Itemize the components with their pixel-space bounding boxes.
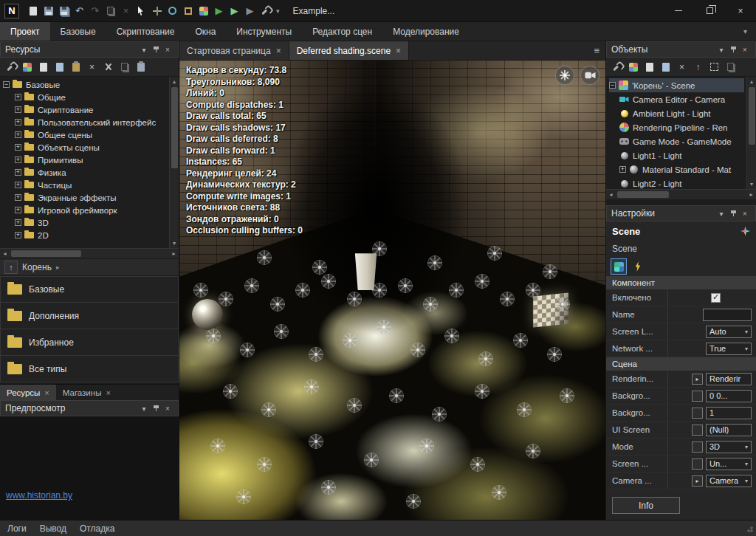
tab-list-icon[interactable] [594,45,599,56]
expand-icon[interactable] [15,94,21,100]
scrollbar-thumb[interactable] [749,87,755,145]
splitter[interactable] [606,199,756,205]
pin-icon[interactable] [727,44,739,55]
resource-group-item[interactable]: Избранное [0,329,179,356]
value-box[interactable]: 0 0... [706,390,752,402]
resource-group-item[interactable]: Дополнения [0,303,179,329]
property-button[interactable] [692,408,703,419]
snap-tool-icon[interactable] [196,3,211,19]
close-panel-icon[interactable] [162,402,173,414]
reference-value[interactable]: Renderir [706,373,752,385]
info-button[interactable]: Info [612,497,680,514]
ribbon-tab-project[interactable]: Проект [0,22,50,41]
wrench-settings-icon[interactable] [610,60,624,74]
name-input[interactable] [703,309,752,321]
ribbon-tab-scripting[interactable]: Скриптование [106,22,185,41]
play-solution-icon[interactable] [227,3,242,19]
tree-item[interactable]: Пользовательский интерфейс [3,116,167,128]
expand-icon[interactable] [15,157,21,163]
play-icon[interactable] [211,3,227,19]
dropdown[interactable]: True [706,343,752,355]
objects-tree-item[interactable]: Light1 - Light [609,148,744,162]
ribbon-tab-modeling[interactable]: Моделирование [382,22,470,41]
copy-icon[interactable] [117,60,131,74]
tree-item[interactable]: Игровой фреймворк [3,204,167,216]
expand-property-icon[interactable] [692,374,703,385]
statusbar-logs[interactable]: Логи [7,523,27,534]
tree-item[interactable]: Физика [3,166,167,179]
save-all-icon[interactable] [56,3,72,19]
quick-access-caret-icon[interactable] [276,7,280,15]
scroll-up-icon[interactable] [747,77,756,86]
vertical-scrollbar[interactable] [169,77,179,248]
tab-stores[interactable]: Магазины [56,385,117,400]
value-box[interactable]: (Null) [706,424,752,436]
scroll-down-icon[interactable] [170,238,179,248]
panel-menu-icon[interactable] [715,44,727,55]
tree-item[interactable]: Частицы [3,179,167,191]
copy-icon[interactable] [103,3,118,19]
tree-item[interactable]: Экранные эффекты [3,191,167,204]
value-box[interactable]: 1 [706,407,752,419]
new-resource-icon[interactable] [25,3,41,19]
objects-tree-item[interactable]: Rendering Pipeline - Ren [609,120,744,134]
expand-icon[interactable] [15,194,21,201]
import-icon[interactable] [659,60,673,74]
ribbon-collapse-icon[interactable] [743,27,747,35]
close-panel-icon[interactable] [162,44,173,55]
scroll-left-icon[interactable] [606,190,616,199]
property-button[interactable] [692,425,703,436]
resource-group-item[interactable]: Базовые [0,276,179,303]
scroll-right-icon[interactable] [169,249,179,258]
ribbon-tab-windows[interactable]: Окна [185,22,226,41]
cut-icon[interactable] [101,60,115,74]
delete-icon[interactable] [85,60,99,74]
tree-item[interactable]: 2D [3,229,167,241]
wrench-settings-icon[interactable] [4,60,18,74]
scroll-right-icon[interactable] [746,190,756,199]
select-tool-icon[interactable] [134,3,149,19]
expand-icon[interactable] [15,169,21,176]
tree-item[interactable]: 3D [3,216,167,229]
collapse-icon[interactable] [3,81,10,88]
copy-icon[interactable] [724,60,738,74]
delete-icon[interactable] [675,60,689,74]
events-view-button[interactable] [630,258,646,275]
minimize-button[interactable] [663,0,694,21]
horizontal-scrollbar[interactable] [0,248,179,258]
paste-icon[interactable] [134,60,148,74]
select-frame-icon[interactable] [707,60,721,74]
vertical-scrollbar[interactable] [746,77,756,189]
scene-viewport[interactable]: Кадров в секунду: 73.8 Треугольников: 8,… [179,61,605,520]
statusbar-debug[interactable]: Отладка [80,523,114,534]
close-tab-icon[interactable] [44,388,49,397]
navigate-up-icon[interactable] [4,261,18,274]
panel-menu-icon[interactable] [138,402,150,414]
objects-tree-item[interactable]: Material Standard - Mat [609,162,744,176]
expand-icon[interactable] [15,119,21,126]
resize-grip[interactable] [746,525,753,532]
ribbon-tab-tools[interactable]: Инструменты [226,22,302,41]
statusbar-output[interactable]: Вывод [40,523,66,534]
horizontal-scrollbar[interactable] [606,189,756,199]
move-up-icon[interactable] [691,60,705,74]
property-button[interactable] [692,391,703,402]
new-file-icon[interactable] [36,60,50,74]
expand-icon[interactable] [15,182,21,188]
tree-item[interactable]: Общее сцены [3,128,167,141]
breadcrumb-label[interactable]: Корень [22,262,52,272]
panel-menu-icon[interactable] [138,44,150,55]
property-button[interactable] [692,441,703,453]
scrollbar-thumb[interactable] [617,191,669,198]
tab-resources[interactable]: Ресурсы [0,385,56,400]
objects-tree-item[interactable]: 'Корень' - Scene [609,78,744,92]
expand-icon[interactable] [15,232,21,238]
add-resource-icon[interactable] [20,60,34,74]
run-icon[interactable] [242,3,258,19]
tree-item[interactable]: Примитивы [3,154,167,166]
dropdown[interactable]: 3D [706,441,752,453]
scroll-up-icon[interactable] [170,77,179,86]
pin-icon[interactable] [150,44,162,55]
checkbox-checked[interactable] [711,293,721,303]
flares-toggle-button[interactable] [555,66,574,85]
